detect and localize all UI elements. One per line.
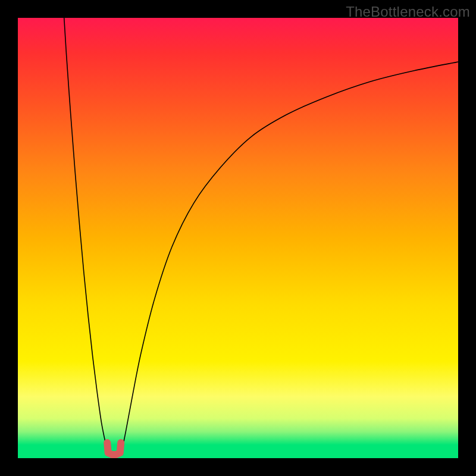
bottleneck-curve-svg	[18, 18, 458, 458]
optimum-marker	[107, 443, 121, 455]
curve-left-branch	[64, 18, 108, 454]
curve-right-branch	[121, 62, 458, 454]
plot-area	[18, 18, 458, 458]
